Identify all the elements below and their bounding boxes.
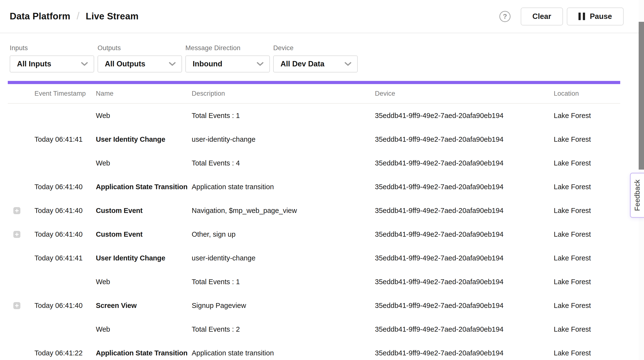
- cell-description: Application state transition: [192, 349, 375, 357]
- inputs-select-value: All Inputs: [17, 60, 51, 68]
- scrollbar-thumb[interactable]: [639, 22, 644, 170]
- feedback-tab[interactable]: Feedback: [630, 173, 644, 218]
- table-row: Today 06:41:40 Custom Event Other, sign …: [8, 222, 620, 246]
- cell-location: Lake Forest: [554, 302, 620, 310]
- filter-inputs: Inputs All Inputs: [10, 44, 94, 72]
- table-row: Today 06:41:40 Application State Transit…: [8, 175, 620, 199]
- chevron-down-icon: [257, 62, 264, 66]
- cell-device: 35eddb41-9ff9-49e2-7aed-20afa90eb194: [375, 325, 554, 333]
- cell-description: user-identity-change: [192, 254, 375, 262]
- column-header-description: Description: [192, 90, 375, 97]
- cell-description: Signup Pageview: [192, 302, 375, 310]
- cell-location: Lake Forest: [554, 254, 620, 262]
- cell-timestamp: Today 06:41:40: [34, 207, 96, 215]
- cell-name: Custom Event: [96, 207, 192, 215]
- expand-row-button[interactable]: [13, 302, 20, 309]
- table-body: Web Total Events : 1 35eddb41-9ff9-49e2-…: [8, 104, 620, 360]
- cell-device: 35eddb41-9ff9-49e2-7aed-20afa90eb194: [375, 230, 554, 238]
- breadcrumb-separator: /: [77, 10, 80, 22]
- cell-location: Lake Forest: [554, 349, 620, 357]
- cell-name: Custom Event: [96, 230, 192, 238]
- cell-description: Other, sign up: [192, 230, 375, 238]
- cell-device: 35eddb41-9ff9-49e2-7aed-20afa90eb194: [375, 112, 554, 120]
- device-select-value: All Dev Data: [280, 60, 324, 68]
- table-row: Web Total Events : 1 35eddb41-9ff9-49e2-…: [8, 270, 620, 294]
- device-select[interactable]: All Dev Data: [273, 55, 358, 72]
- cell-location: Lake Forest: [554, 159, 620, 167]
- cell-device: 35eddb41-9ff9-49e2-7aed-20afa90eb194: [375, 278, 554, 286]
- chevron-down-icon: [169, 62, 176, 66]
- cell-timestamp: Today 06:41:40: [34, 302, 96, 310]
- cell-location: Lake Forest: [554, 183, 620, 191]
- feedback-tab-label: Feedback: [633, 180, 641, 211]
- pause-button-label: Pause: [590, 12, 612, 21]
- cell-device: 35eddb41-9ff9-49e2-7aed-20afa90eb194: [375, 135, 554, 143]
- cell-description: Application state transition: [192, 183, 375, 191]
- column-header-device: Device: [375, 90, 554, 97]
- filter-outputs-label: Outputs: [98, 44, 182, 52]
- cell-device: 35eddb41-9ff9-49e2-7aed-20afa90eb194: [375, 159, 554, 167]
- column-header-event-timestamp: Event Timestamp: [34, 90, 96, 97]
- column-header-location: Location: [554, 90, 620, 97]
- filter-message-direction: Message Direction Inbound: [186, 44, 270, 72]
- cell-location: Lake Forest: [554, 112, 620, 120]
- breadcrumb-data-platform[interactable]: Data Platform: [10, 11, 70, 21]
- table-row: Today 06:41:41 User Identity Change user…: [8, 246, 620, 270]
- table-row: Today 06:41:40 Screen View Signup Pagevi…: [8, 294, 620, 317]
- cell-device: 35eddb41-9ff9-49e2-7aed-20afa90eb194: [375, 254, 554, 262]
- top-bar: Data Platform / Live Stream ? Clear Paus…: [0, 0, 644, 33]
- table-row: Web Total Events : 2 35eddb41-9ff9-49e2-…: [8, 317, 620, 341]
- cell-description: user-identity-change: [192, 135, 375, 143]
- cell-name: Application State Transition: [96, 183, 192, 191]
- filter-device-label: Device: [273, 44, 358, 52]
- pause-icon: [578, 12, 585, 20]
- cell-name: Screen View: [96, 302, 192, 310]
- filter-message-direction-label: Message Direction: [186, 44, 270, 52]
- outputs-select-value: All Outputs: [105, 60, 145, 68]
- message-direction-select[interactable]: Inbound: [186, 55, 270, 72]
- filter-device: Device All Dev Data: [273, 44, 358, 72]
- cell-location: Lake Forest: [554, 278, 620, 286]
- cell-location: Lake Forest: [554, 325, 620, 333]
- cell-description: Total Events : 1: [192, 112, 375, 120]
- cell-location: Lake Forest: [554, 135, 620, 143]
- table-row: Today 06:41:22 Application State Transit…: [8, 341, 620, 360]
- cell-description: Total Events : 2: [192, 325, 375, 333]
- cell-name: User Identity Change: [96, 254, 192, 262]
- cell-description: Total Events : 1: [192, 278, 375, 286]
- clear-button-label: Clear: [532, 12, 551, 21]
- cell-name: Web: [96, 325, 192, 333]
- expand-row-button[interactable]: [13, 207, 20, 214]
- expand-row-button[interactable]: [13, 231, 20, 238]
- table-row: Web Total Events : 1 35eddb41-9ff9-49e2-…: [8, 104, 620, 127]
- inputs-select[interactable]: All Inputs: [10, 55, 94, 72]
- cell-location: Lake Forest: [554, 230, 620, 238]
- clear-button[interactable]: Clear: [521, 7, 563, 25]
- chevron-down-icon: [81, 62, 88, 66]
- cell-name: Application State Transition: [96, 349, 192, 357]
- breadcrumb-live-stream: Live Stream: [86, 11, 138, 21]
- accent-bar: [8, 81, 620, 84]
- outputs-select[interactable]: All Outputs: [98, 55, 182, 72]
- cell-location: Lake Forest: [554, 207, 620, 215]
- live-stream-table: Event Timestamp Name Description Device …: [8, 81, 620, 360]
- cell-device: 35eddb41-9ff9-49e2-7aed-20afa90eb194: [375, 183, 554, 191]
- table-row: Today 06:41:41 User Identity Change user…: [8, 127, 620, 151]
- cell-device: 35eddb41-9ff9-49e2-7aed-20afa90eb194: [375, 207, 554, 215]
- cell-name: Web: [96, 112, 192, 120]
- filter-inputs-label: Inputs: [10, 44, 94, 52]
- help-icon[interactable]: ?: [500, 11, 510, 22]
- table-header-row: Event Timestamp Name Description Device …: [8, 84, 620, 104]
- table-row: Today 06:41:40 Custom Event Navigation, …: [8, 199, 620, 222]
- table-row: Web Total Events : 4 35eddb41-9ff9-49e2-…: [8, 151, 620, 175]
- pause-button[interactable]: Pause: [567, 7, 624, 25]
- cell-timestamp: Today 06:41:40: [34, 183, 96, 191]
- column-header-name: Name: [96, 90, 192, 97]
- cell-name: User Identity Change: [96, 135, 192, 143]
- cell-name: Web: [96, 159, 192, 167]
- cell-timestamp: Today 06:41:41: [34, 135, 96, 143]
- cell-name: Web: [96, 278, 192, 286]
- breadcrumb: Data Platform / Live Stream: [10, 11, 138, 22]
- cell-description: Total Events : 4: [192, 159, 375, 167]
- cell-device: 35eddb41-9ff9-49e2-7aed-20afa90eb194: [375, 349, 554, 357]
